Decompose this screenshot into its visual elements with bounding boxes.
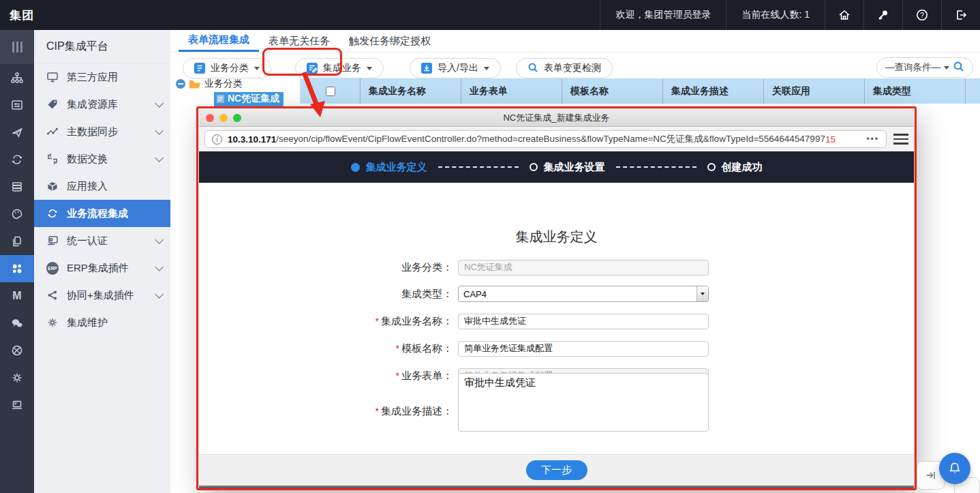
sidebar-item-label: ERP集成插件	[67, 262, 129, 275]
sidebar-item-erp-plugin[interactable]: ERP ERP集成插件	[34, 254, 170, 282]
close-window-button[interactable]	[206, 114, 214, 122]
column-header[interactable]: 模板名称	[562, 78, 662, 104]
help-button[interactable]: ?	[902, 0, 941, 30]
sidebar-item-label: 应用接入	[67, 180, 108, 193]
column-header[interactable]: 集成类型	[864, 78, 965, 104]
column-header[interactable]: 业务表单	[461, 78, 562, 104]
business-name-input[interactable]	[458, 314, 709, 329]
step-label: 集成业务设置	[544, 161, 605, 174]
import-export-button[interactable]: 导入/导出	[410, 58, 501, 78]
address-bar[interactable]: i 10.3.10.171/seeyon/cip/flowEvent/CipFl…	[204, 130, 887, 148]
business-description-textarea[interactable]: 审批中生成凭证	[458, 373, 709, 432]
sidebar-item-business-process-integration[interactable]: 业务流程集成	[34, 200, 170, 227]
url-overflow-ellipsis[interactable]: •••	[861, 134, 879, 144]
help-icon: ?	[915, 8, 929, 22]
tab-form-unrelated-tasks[interactable]: 表单无关任务	[259, 30, 339, 52]
folder-icon	[189, 79, 201, 89]
sidebar-menu: CIP集成平台 第三方应用 集成资源库 主数据同步 数据交换 应用接入 业务流程…	[34, 30, 170, 493]
search-icon[interactable]	[953, 61, 964, 74]
notification-bell-button[interactable]	[939, 453, 970, 484]
caret-down-icon	[367, 67, 372, 70]
column-header[interactable]: 集成业务描述	[662, 78, 763, 104]
integration-business-button[interactable]: 集成业务	[295, 58, 384, 78]
sidebar-item-label: 业务流程集成	[67, 207, 128, 220]
dialog-footer: 下一步	[199, 454, 914, 485]
sidebar-item-app-access[interactable]: 应用接入	[34, 173, 170, 200]
tree-node-selected[interactable]: NC凭证集成	[214, 92, 284, 106]
sidebar-item-resource-library[interactable]: 集成资源库	[34, 91, 170, 118]
column-header[interactable]: 集成业务名称	[360, 78, 461, 104]
url-domain: 10.3.10.171	[228, 134, 276, 145]
button-label: 集成业务	[323, 62, 361, 74]
browser-menu-button[interactable]	[893, 134, 908, 144]
settings-panel-icon[interactable]	[0, 91, 34, 119]
palette-icon[interactable]	[0, 200, 34, 228]
field-label: 集成类型：	[401, 288, 453, 301]
wizard-stepper: 集成业务定义 集成业务设置 创建成功	[199, 151, 914, 183]
step-dot-active	[351, 163, 360, 172]
tree-node-label: 业务分类	[204, 78, 243, 90]
field-label: *集成业务描述：	[376, 405, 453, 418]
sphere-icon[interactable]	[0, 337, 34, 364]
tree-node-label: NC凭证集成	[228, 93, 279, 105]
select-dropdown-button[interactable]	[696, 286, 708, 301]
sidebar-item-master-data-sync[interactable]: 主数据同步	[34, 118, 170, 145]
dialog-titlebar[interactable]: NC凭证集成_新建集成业务	[199, 109, 914, 127]
letter-m-icon[interactable]: M	[0, 282, 34, 310]
app-window: 集团 欢迎，集团管理员登录 当前在线人数: 1 ?	[0, 0, 980, 493]
apps-grid-icon[interactable]	[0, 255, 34, 282]
site-info-icon[interactable]: i	[212, 134, 222, 145]
query-condition-select[interactable]: —查询条件—	[876, 57, 973, 78]
copy-pages-icon[interactable]	[0, 228, 34, 255]
collapse-node-icon[interactable]	[176, 79, 185, 89]
rail-collapse-button[interactable]	[0, 30, 34, 64]
window-bottom-edge	[199, 485, 914, 488]
integration-type-select[interactable]: CAP4	[458, 286, 709, 302]
sidebar-item-label: 集成维护	[67, 316, 108, 329]
sidebar-item-collab-plugin[interactable]: 协同+集成插件	[34, 282, 170, 309]
sidebar-item-third-party-apps[interactable]: 第三方应用	[34, 63, 170, 91]
sync-loop-icon[interactable]	[0, 146, 34, 173]
welcome-text: 欢迎，集团管理员登录	[600, 0, 726, 30]
form-change-detect-button[interactable]: 表单变更检测	[516, 58, 613, 78]
tree-node-root[interactable]: 业务分类	[176, 78, 298, 90]
minimize-window-button[interactable]	[219, 114, 228, 122]
terminal-icon[interactable]	[0, 391, 34, 419]
bell-icon	[947, 461, 962, 476]
next-step-button[interactable]: 下一步	[526, 460, 587, 480]
sidebar-item-data-exchange[interactable]: 数据交换	[34, 145, 170, 173]
sidebar-item-maintenance[interactable]: 集成维护	[34, 309, 170, 336]
org-chart-icon[interactable]	[0, 64, 34, 91]
zoom-window-button[interactable]	[233, 114, 241, 122]
wechat-icon[interactable]	[0, 310, 34, 337]
sidebar-item-label: 统一认证	[67, 235, 108, 248]
select-all-checkbox[interactable]	[326, 87, 335, 96]
chevron-down-icon	[155, 263, 164, 271]
url-path-tail: 15	[825, 134, 836, 145]
chevron-down-icon	[155, 235, 164, 244]
template-name-input[interactable]	[458, 341, 709, 357]
business-category-button[interactable]: 业务分类	[183, 58, 271, 78]
step-dot-idle	[707, 163, 716, 171]
password-button[interactable]	[863, 0, 902, 30]
logout-button[interactable]	[941, 0, 980, 30]
gear-icon[interactable]	[0, 364, 34, 391]
tab-trigger-task-auth[interactable]: 触发任务绑定授权	[339, 30, 440, 52]
tab-form-process-integration[interactable]: 表单流程集成	[179, 30, 259, 52]
send-icon[interactable]	[0, 119, 34, 146]
sidebar-item-label: 集成资源库	[67, 98, 118, 111]
database-stack-icon[interactable]	[0, 173, 34, 200]
field-label: *集成业务名称：	[376, 315, 453, 328]
field-label: *业务表单：	[396, 370, 453, 383]
home-button[interactable]	[825, 0, 863, 30]
online-count: 当前在线人数: 1	[726, 0, 825, 30]
column-header[interactable]: 关联应用	[763, 78, 864, 104]
sidebar-item-unified-auth[interactable]: 统一认证	[34, 227, 170, 254]
step-label: 创建成功	[722, 161, 763, 174]
monitor-icon	[46, 71, 59, 83]
caret-down-icon	[484, 67, 489, 70]
step-settings: 集成业务设置	[530, 161, 605, 174]
query-label: —查询条件—	[885, 61, 940, 74]
share-nodes-icon	[46, 289, 59, 301]
form-title: 集成业务定义	[199, 228, 914, 246]
